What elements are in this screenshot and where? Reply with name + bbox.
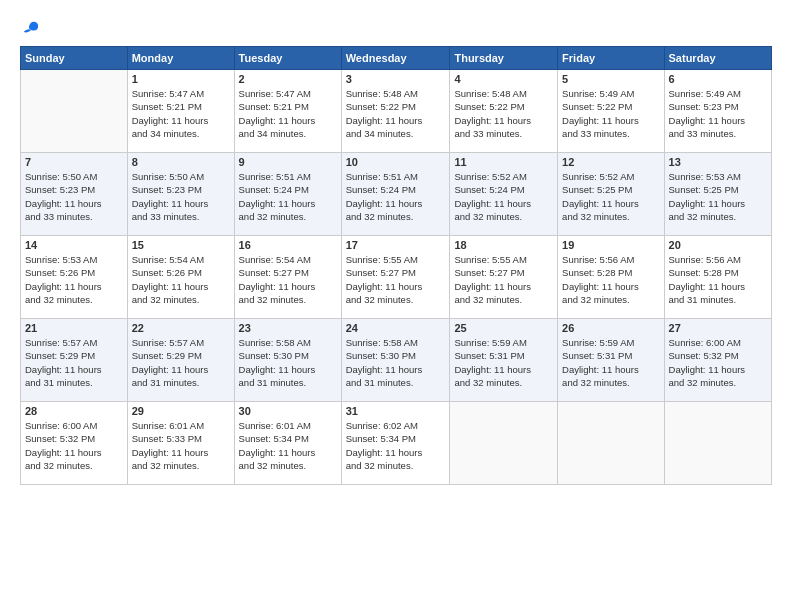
day-info: Sunrise: 5:54 AM Sunset: 5:26 PM Dayligh… (132, 253, 230, 306)
calendar-week-row: 14Sunrise: 5:53 AM Sunset: 5:26 PM Dayli… (21, 236, 772, 319)
calendar-week-row: 28Sunrise: 6:00 AM Sunset: 5:32 PM Dayli… (21, 402, 772, 485)
day-number: 6 (669, 73, 767, 85)
day-number: 29 (132, 405, 230, 417)
calendar-cell: 3Sunrise: 5:48 AM Sunset: 5:22 PM Daylig… (341, 70, 450, 153)
calendar-cell: 26Sunrise: 5:59 AM Sunset: 5:31 PM Dayli… (558, 319, 664, 402)
day-number: 17 (346, 239, 446, 251)
day-info: Sunrise: 5:59 AM Sunset: 5:31 PM Dayligh… (454, 336, 553, 389)
calendar-cell: 25Sunrise: 5:59 AM Sunset: 5:31 PM Dayli… (450, 319, 558, 402)
calendar-cell: 29Sunrise: 6:01 AM Sunset: 5:33 PM Dayli… (127, 402, 234, 485)
day-info: Sunrise: 5:47 AM Sunset: 5:21 PM Dayligh… (239, 87, 337, 140)
day-info: Sunrise: 5:56 AM Sunset: 5:28 PM Dayligh… (562, 253, 659, 306)
day-number: 24 (346, 322, 446, 334)
calendar-week-row: 1Sunrise: 5:47 AM Sunset: 5:21 PM Daylig… (21, 70, 772, 153)
calendar-cell (21, 70, 128, 153)
day-number: 2 (239, 73, 337, 85)
logo (20, 20, 40, 38)
header-day-saturday: Saturday (664, 47, 771, 70)
day-number: 7 (25, 156, 123, 168)
day-info: Sunrise: 6:02 AM Sunset: 5:34 PM Dayligh… (346, 419, 446, 472)
day-number: 5 (562, 73, 659, 85)
calendar-cell: 5Sunrise: 5:49 AM Sunset: 5:22 PM Daylig… (558, 70, 664, 153)
header-day-monday: Monday (127, 47, 234, 70)
calendar-cell: 24Sunrise: 5:58 AM Sunset: 5:30 PM Dayli… (341, 319, 450, 402)
day-info: Sunrise: 5:58 AM Sunset: 5:30 PM Dayligh… (239, 336, 337, 389)
calendar-cell: 16Sunrise: 5:54 AM Sunset: 5:27 PM Dayli… (234, 236, 341, 319)
day-number: 25 (454, 322, 553, 334)
day-number: 22 (132, 322, 230, 334)
day-number: 10 (346, 156, 446, 168)
calendar-cell: 19Sunrise: 5:56 AM Sunset: 5:28 PM Dayli… (558, 236, 664, 319)
calendar-cell: 8Sunrise: 5:50 AM Sunset: 5:23 PM Daylig… (127, 153, 234, 236)
day-info: Sunrise: 5:47 AM Sunset: 5:21 PM Dayligh… (132, 87, 230, 140)
calendar-cell: 27Sunrise: 6:00 AM Sunset: 5:32 PM Dayli… (664, 319, 771, 402)
day-number: 15 (132, 239, 230, 251)
calendar-cell: 2Sunrise: 5:47 AM Sunset: 5:21 PM Daylig… (234, 70, 341, 153)
page: SundayMondayTuesdayWednesdayThursdayFrid… (0, 0, 792, 612)
day-info: Sunrise: 5:53 AM Sunset: 5:26 PM Dayligh… (25, 253, 123, 306)
logo-bird-icon (22, 20, 40, 38)
day-number: 8 (132, 156, 230, 168)
calendar-cell: 13Sunrise: 5:53 AM Sunset: 5:25 PM Dayli… (664, 153, 771, 236)
day-number: 27 (669, 322, 767, 334)
day-info: Sunrise: 5:55 AM Sunset: 5:27 PM Dayligh… (454, 253, 553, 306)
day-info: Sunrise: 5:56 AM Sunset: 5:28 PM Dayligh… (669, 253, 767, 306)
calendar-cell: 15Sunrise: 5:54 AM Sunset: 5:26 PM Dayli… (127, 236, 234, 319)
calendar-table: SundayMondayTuesdayWednesdayThursdayFrid… (20, 46, 772, 485)
header (20, 16, 772, 38)
day-info: Sunrise: 5:49 AM Sunset: 5:23 PM Dayligh… (669, 87, 767, 140)
day-number: 18 (454, 239, 553, 251)
calendar-header-row: SundayMondayTuesdayWednesdayThursdayFrid… (21, 47, 772, 70)
day-info: Sunrise: 5:59 AM Sunset: 5:31 PM Dayligh… (562, 336, 659, 389)
day-info: Sunrise: 5:51 AM Sunset: 5:24 PM Dayligh… (346, 170, 446, 223)
day-info: Sunrise: 5:52 AM Sunset: 5:24 PM Dayligh… (454, 170, 553, 223)
day-info: Sunrise: 5:57 AM Sunset: 5:29 PM Dayligh… (132, 336, 230, 389)
day-number: 13 (669, 156, 767, 168)
day-number: 1 (132, 73, 230, 85)
day-info: Sunrise: 5:54 AM Sunset: 5:27 PM Dayligh… (239, 253, 337, 306)
calendar-cell: 31Sunrise: 6:02 AM Sunset: 5:34 PM Dayli… (341, 402, 450, 485)
calendar-cell: 4Sunrise: 5:48 AM Sunset: 5:22 PM Daylig… (450, 70, 558, 153)
header-day-wednesday: Wednesday (341, 47, 450, 70)
header-day-thursday: Thursday (450, 47, 558, 70)
calendar-cell: 1Sunrise: 5:47 AM Sunset: 5:21 PM Daylig… (127, 70, 234, 153)
day-number: 20 (669, 239, 767, 251)
day-number: 9 (239, 156, 337, 168)
day-number: 31 (346, 405, 446, 417)
calendar-cell: 10Sunrise: 5:51 AM Sunset: 5:24 PM Dayli… (341, 153, 450, 236)
day-number: 4 (454, 73, 553, 85)
day-info: Sunrise: 5:51 AM Sunset: 5:24 PM Dayligh… (239, 170, 337, 223)
day-number: 11 (454, 156, 553, 168)
calendar-cell: 30Sunrise: 6:01 AM Sunset: 5:34 PM Dayli… (234, 402, 341, 485)
day-info: Sunrise: 6:01 AM Sunset: 5:33 PM Dayligh… (132, 419, 230, 472)
day-number: 16 (239, 239, 337, 251)
day-number: 19 (562, 239, 659, 251)
calendar-cell (664, 402, 771, 485)
day-info: Sunrise: 5:50 AM Sunset: 5:23 PM Dayligh… (132, 170, 230, 223)
calendar-cell: 14Sunrise: 5:53 AM Sunset: 5:26 PM Dayli… (21, 236, 128, 319)
day-info: Sunrise: 5:53 AM Sunset: 5:25 PM Dayligh… (669, 170, 767, 223)
day-info: Sunrise: 6:01 AM Sunset: 5:34 PM Dayligh… (239, 419, 337, 472)
day-number: 30 (239, 405, 337, 417)
calendar-week-row: 7Sunrise: 5:50 AM Sunset: 5:23 PM Daylig… (21, 153, 772, 236)
day-number: 23 (239, 322, 337, 334)
header-day-sunday: Sunday (21, 47, 128, 70)
calendar-cell (450, 402, 558, 485)
calendar-cell: 28Sunrise: 6:00 AM Sunset: 5:32 PM Dayli… (21, 402, 128, 485)
day-number: 3 (346, 73, 446, 85)
calendar-cell: 7Sunrise: 5:50 AM Sunset: 5:23 PM Daylig… (21, 153, 128, 236)
day-info: Sunrise: 5:52 AM Sunset: 5:25 PM Dayligh… (562, 170, 659, 223)
calendar-cell: 9Sunrise: 5:51 AM Sunset: 5:24 PM Daylig… (234, 153, 341, 236)
header-day-tuesday: Tuesday (234, 47, 341, 70)
day-info: Sunrise: 5:55 AM Sunset: 5:27 PM Dayligh… (346, 253, 446, 306)
calendar-cell: 18Sunrise: 5:55 AM Sunset: 5:27 PM Dayli… (450, 236, 558, 319)
calendar-cell: 17Sunrise: 5:55 AM Sunset: 5:27 PM Dayli… (341, 236, 450, 319)
day-info: Sunrise: 5:49 AM Sunset: 5:22 PM Dayligh… (562, 87, 659, 140)
day-number: 14 (25, 239, 123, 251)
day-info: Sunrise: 5:50 AM Sunset: 5:23 PM Dayligh… (25, 170, 123, 223)
day-number: 21 (25, 322, 123, 334)
calendar-cell: 20Sunrise: 5:56 AM Sunset: 5:28 PM Dayli… (664, 236, 771, 319)
day-info: Sunrise: 5:48 AM Sunset: 5:22 PM Dayligh… (346, 87, 446, 140)
calendar-cell: 23Sunrise: 5:58 AM Sunset: 5:30 PM Dayli… (234, 319, 341, 402)
calendar-cell: 11Sunrise: 5:52 AM Sunset: 5:24 PM Dayli… (450, 153, 558, 236)
